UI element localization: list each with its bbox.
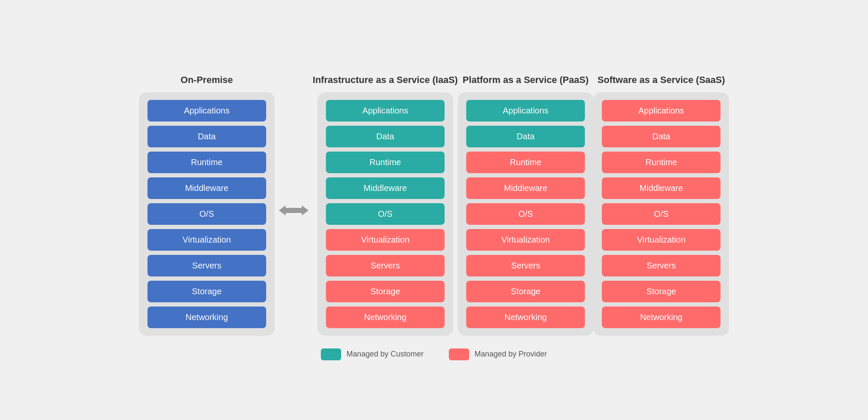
item-saas-data: Data — [602, 126, 721, 147]
item-saas-o-s: O/S — [602, 203, 721, 225]
item-on-premise-applications: Applications — [147, 100, 266, 122]
column-box-on-premise: ApplicationsDataRuntimeMiddlewareO/SVirt… — [139, 92, 275, 336]
item-iaas-middleware: Middleware — [326, 177, 445, 199]
column-on-premise: On-PremiseApplicationsDataRuntimeMiddlew… — [139, 60, 275, 336]
item-iaas-o-s: O/S — [326, 203, 445, 225]
svg-marker-0 — [279, 205, 286, 216]
item-iaas-servers: Servers — [326, 255, 445, 276]
item-on-premise-data: Data — [147, 126, 266, 147]
column-iaas: Infrastructure as a Service (IaaS)Applic… — [313, 60, 458, 336]
item-paas-runtime: Runtime — [466, 152, 585, 173]
item-on-premise-runtime: Runtime — [147, 152, 266, 173]
item-iaas-virtualization: Virtualization — [326, 229, 445, 251]
item-paas-data: Data — [466, 126, 585, 147]
item-on-premise-servers: Servers — [147, 255, 266, 276]
item-iaas-data: Data — [326, 126, 445, 147]
item-paas-applications: Applications — [466, 100, 585, 122]
item-saas-servers: Servers — [602, 255, 721, 276]
item-on-premise-virtualization: Virtualization — [147, 229, 266, 251]
legend-row: Managed by CustomerManaged by Provider — [321, 348, 547, 360]
column-saas: Software as a Service (SaaS)Applications… — [593, 60, 729, 336]
column-title-paas: Platform as a Service (PaaS) — [463, 60, 589, 86]
column-box-paas: ApplicationsDataRuntimeMiddlewareO/SVirt… — [458, 92, 593, 336]
legend-swatch-1 — [449, 348, 469, 360]
column-title-on-premise: On-Premise — [181, 60, 233, 86]
item-saas-networking: Networking — [602, 307, 721, 328]
item-iaas-runtime: Runtime — [326, 152, 445, 173]
item-paas-middleware: Middleware — [466, 177, 585, 199]
item-on-premise-middleware: Middleware — [147, 177, 266, 199]
main-container: On-PremiseApplicationsDataRuntimeMiddlew… — [10, 60, 858, 360]
item-paas-servers: Servers — [466, 255, 585, 276]
arrow-svg — [279, 202, 309, 219]
item-saas-storage: Storage — [602, 281, 721, 302]
item-saas-applications: Applications — [602, 100, 721, 122]
double-arrow-icon — [275, 202, 313, 219]
item-paas-virtualization: Virtualization — [466, 229, 585, 251]
svg-rect-2 — [285, 208, 303, 213]
legend-swatch-0 — [321, 348, 341, 360]
columns-row: On-PremiseApplicationsDataRuntimeMiddlew… — [10, 60, 858, 336]
svg-marker-1 — [302, 205, 309, 216]
column-title-iaas: Infrastructure as a Service (IaaS) — [313, 60, 458, 86]
item-on-premise-networking: Networking — [147, 307, 266, 328]
legend-item-0: Managed by Customer — [321, 348, 423, 360]
item-iaas-networking: Networking — [326, 307, 445, 328]
item-saas-virtualization: Virtualization — [602, 229, 721, 251]
item-paas-o-s: O/S — [466, 203, 585, 225]
column-box-iaas: ApplicationsDataRuntimeMiddlewareO/SVirt… — [317, 92, 453, 336]
legend-item-1: Managed by Provider — [449, 348, 547, 360]
column-paas: Platform as a Service (PaaS)Applications… — [458, 60, 593, 336]
item-saas-runtime: Runtime — [602, 152, 721, 173]
item-iaas-applications: Applications — [326, 100, 445, 122]
item-saas-middleware: Middleware — [602, 177, 721, 199]
item-on-premise-storage: Storage — [147, 281, 266, 302]
column-box-saas: ApplicationsDataRuntimeMiddlewareO/SVirt… — [593, 92, 729, 336]
item-paas-storage: Storage — [466, 281, 585, 302]
item-on-premise-o-s: O/S — [147, 203, 266, 225]
legend-label-1: Managed by Provider — [474, 350, 547, 359]
item-iaas-storage: Storage — [326, 281, 445, 302]
legend-label-0: Managed by Customer — [346, 350, 423, 359]
item-paas-networking: Networking — [466, 307, 585, 328]
column-title-saas: Software as a Service (SaaS) — [598, 60, 725, 86]
